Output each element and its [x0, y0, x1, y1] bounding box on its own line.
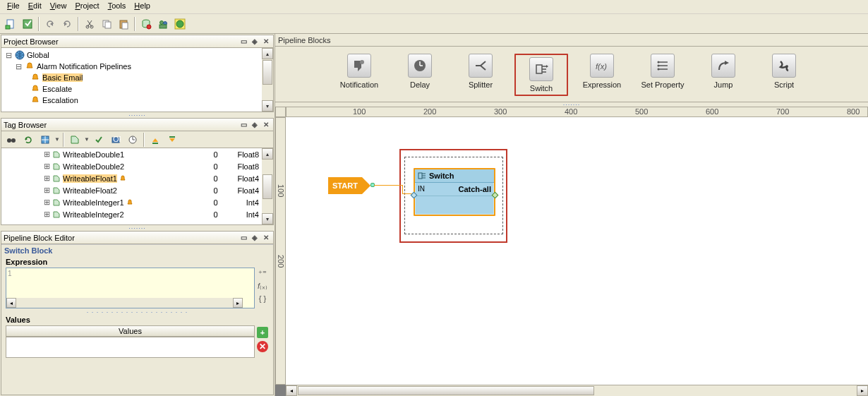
canvas-scrollbar[interactable]: ◂▸ [286, 385, 868, 396]
save-icon[interactable] [20, 16, 35, 32]
menu-tools[interactable]: Tools [104, 1, 131, 13]
menu-view[interactable]: View [46, 1, 71, 13]
switch-title: Switch [429, 172, 454, 180]
svg-point-15 [160, 20, 164, 24]
fx-icon[interactable]: f₍ₓ₎ [256, 280, 269, 292]
tag-row[interactable]: ⊞WriteableInteger20Int4 [1, 208, 262, 220]
pin-icon[interactable]: ◈ [250, 233, 260, 243]
resize-grip[interactable]: ······· [0, 226, 275, 230]
bell-icon [119, 175, 126, 182]
new-icon[interactable] [3, 16, 18, 32]
ruler-horizontal: 100 200 300 400 500 600 700 800 [286, 107, 868, 117]
tag-row[interactable]: ⊞WriteableInteger1 0Int4 [1, 196, 262, 208]
svg-point-43 [360, 60, 364, 64]
palette-delay[interactable]: Delay [393, 54, 447, 96]
svg-rect-50 [536, 65, 542, 73]
restore-icon[interactable]: ▭ [239, 120, 248, 130]
paste-icon[interactable] [116, 16, 131, 32]
palette-expression[interactable]: f(x) Expression [575, 54, 629, 96]
svg-marker-27 [71, 136, 78, 143]
remove-value-button[interactable]: ✕ [257, 341, 268, 352]
tree-node-selected[interactable]: Basic Email [42, 73, 83, 82]
db-icon[interactable] [138, 16, 154, 32]
switch-block-group: Switch Block [1, 244, 273, 256]
svg-point-61 [658, 68, 660, 71]
svg-marker-3 [50, 22, 53, 26]
world-icon[interactable] [172, 16, 188, 32]
tag-row-selected[interactable]: ⊞WriteableFloat1 0Float4 [1, 172, 262, 184]
close-icon[interactable]: ✕ [261, 120, 271, 130]
close-icon[interactable]: ✕ [261, 37, 271, 47]
ruler-vertical: 100 200 [275, 117, 286, 385]
svg-point-22 [11, 138, 16, 143]
grid-icon[interactable] [37, 132, 53, 148]
palette-jump[interactable]: Jump [697, 54, 750, 96]
tag-row[interactable]: ⊞WriteableDouble20Float8 [1, 160, 262, 172]
bell-icon [30, 84, 41, 94]
project-browser-panel: Project Browser ▭ ◈ ✕ ⊟Global ⊟Alarm Not… [1, 35, 274, 112]
clock-icon[interactable] [125, 132, 140, 148]
palette-script[interactable]: Script [757, 54, 811, 96]
tag-icon[interactable] [67, 132, 83, 148]
export-icon[interactable] [164, 132, 180, 148]
restore-icon[interactable]: ▭ [239, 233, 248, 243]
pin-icon[interactable]: ◈ [250, 120, 260, 130]
menu-help[interactable]: Help [130, 1, 155, 13]
menu-file[interactable]: File [3, 1, 24, 13]
refresh-icon[interactable] [20, 132, 36, 148]
palette-set-property[interactable]: Set Property [636, 54, 689, 96]
menu-project[interactable]: Project [71, 1, 103, 13]
svg-marker-40 [54, 188, 59, 193]
pipeline-canvas[interactable]: START Switch IN Catch-all [286, 117, 868, 385]
svg-marker-39 [54, 176, 59, 181]
plus-equals-icon[interactable]: ⁺⁼ [256, 268, 269, 279]
line-number: 1 [8, 270, 12, 277]
catch-all-label: Catch-all [430, 185, 491, 193]
svg-rect-63 [418, 173, 422, 179]
svg-marker-62 [725, 61, 729, 65]
pin-icon[interactable]: ◈ [250, 37, 260, 47]
svg-marker-54 [546, 65, 548, 68]
switch-icon [529, 57, 553, 81]
copy-icon[interactable] [99, 16, 114, 32]
restore-icon[interactable]: ▭ [239, 37, 248, 47]
users-icon[interactable] [155, 16, 171, 32]
import-icon[interactable] [147, 132, 163, 148]
tag-browser-title: Tag Browser [4, 121, 237, 129]
close-icon[interactable]: ✕ [261, 233, 271, 243]
script-icon [772, 54, 796, 78]
palette-splitter[interactable]: Splitter [454, 54, 507, 96]
values-list[interactable] [6, 337, 255, 358]
cut-icon[interactable] [82, 16, 97, 32]
resize-grip[interactable]: ······· [0, 113, 275, 117]
tree-node[interactable]: Escalate [42, 85, 72, 93]
undo-icon[interactable] [42, 16, 58, 32]
add-value-button[interactable]: + [257, 327, 268, 338]
switch-block[interactable]: Switch IN Catch-all [414, 168, 495, 216]
svg-marker-37 [54, 152, 59, 157]
pipeline-block-editor-panel: Pipeline Block Editor ▭ ◈ ✕ Switch Block… [1, 231, 274, 395]
svg-marker-4 [64, 22, 67, 26]
tree-node[interactable]: Global [27, 51, 49, 59]
tag-row[interactable]: ⊞WriteableDouble10Float8 [1, 148, 262, 160]
redo-icon[interactable] [59, 16, 75, 32]
binoculars-icon[interactable] [4, 132, 19, 148]
check-icon[interactable] [91, 132, 107, 148]
tree-node[interactable]: Escalation [42, 96, 78, 104]
tag-table[interactable]: ⊞WriteableDouble10Float8 ⊞WriteableDoubl… [1, 148, 262, 220]
start-block[interactable]: START [328, 177, 362, 194]
svg-rect-17 [159, 25, 167, 28]
expression-textarea[interactable]: 1 ◂▸ [6, 268, 255, 308]
tree-node[interactable]: Alarm Notification Pipelines [37, 62, 131, 71]
tag-row[interactable]: ⊞WriteableFloat20Float4 [1, 184, 262, 196]
scrollbar[interactable]: ▴▾ [262, 48, 273, 112]
palette-switch-selected[interactable]: Switch [514, 54, 568, 96]
palette-notification[interactable]: Notification [332, 54, 386, 96]
scrollbar[interactable]: ▴▾ [262, 148, 273, 224]
opc-icon[interactable]: OPC [108, 132, 123, 148]
splitter-icon [469, 54, 493, 78]
project-tree[interactable]: ⊟Global ⊟Alarm Notification Pipelines Ba… [1, 48, 273, 107]
menu-edit[interactable]: Edit [24, 1, 46, 13]
tag-toolbar: ▼ ▼ OPC [1, 131, 273, 148]
braces-icon[interactable]: { } [256, 293, 269, 304]
